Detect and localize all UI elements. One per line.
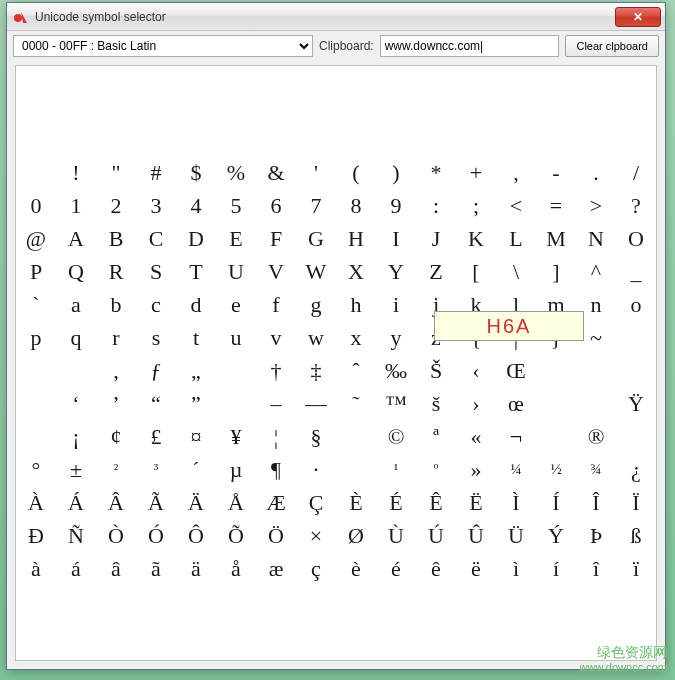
symbol-cell[interactable]: Å <box>216 486 256 519</box>
symbol-cell[interactable]: » <box>456 453 496 486</box>
symbol-cell[interactable]: G <box>296 222 336 255</box>
symbol-cell[interactable]: ˜ <box>336 387 376 420</box>
clear-clipboard-button[interactable]: Clear clpboard <box>565 35 659 57</box>
symbol-cell[interactable]: u <box>216 321 256 354</box>
symbol-cell[interactable] <box>576 354 616 387</box>
symbol-cell[interactable]: Ñ <box>56 519 96 552</box>
symbol-cell[interactable]: 6 <box>256 189 296 222</box>
symbol-cell[interactable]: š <box>416 387 456 420</box>
symbol-cell[interactable]: ¾ <box>576 453 616 486</box>
symbol-cell[interactable]: Ÿ <box>616 387 656 420</box>
symbol-cell[interactable]: Ê <box>416 486 456 519</box>
symbol-cell[interactable]: Ü <box>496 519 536 552</box>
symbol-cell[interactable]: Ì <box>496 486 536 519</box>
symbol-cell[interactable]: · <box>296 453 336 486</box>
symbol-cell[interactable]: ¬ <box>496 420 536 453</box>
symbol-cell[interactable]: p <box>16 321 56 354</box>
symbol-cell[interactable]: å <box>216 552 256 585</box>
symbol-cell[interactable]: Ú <box>416 519 456 552</box>
symbol-cell[interactable] <box>536 354 576 387</box>
symbol-cell[interactable]: – <box>256 387 296 420</box>
symbol-cell[interactable]: i <box>376 288 416 321</box>
symbol-cell[interactable]: " <box>96 156 136 189</box>
symbol-cell[interactable]: à <box>16 552 56 585</box>
symbol-cell[interactable]: È <box>336 486 376 519</box>
symbol-cell[interactable]: K <box>456 222 496 255</box>
symbol-cell[interactable]: ‡ <box>296 354 336 387</box>
symbol-cell[interactable]: æ <box>256 552 296 585</box>
symbol-cell[interactable]: ä <box>176 552 216 585</box>
symbol-cell[interactable]: [ <box>456 255 496 288</box>
symbol-cell[interactable]: ‘ <box>56 387 96 420</box>
symbol-cell[interactable]: ‰ <box>376 354 416 387</box>
symbol-cell[interactable]: C <box>136 222 176 255</box>
symbol-cell[interactable]: 4 <box>176 189 216 222</box>
symbol-cell[interactable]: 1 <box>56 189 96 222</box>
symbol-cell[interactable]: \ <box>496 255 536 288</box>
symbol-cell[interactable]: Ö <box>256 519 296 552</box>
symbol-cell[interactable]: £ <box>136 420 176 453</box>
symbol-cell[interactable]: Õ <box>216 519 256 552</box>
symbol-cell[interactable]: / <box>616 156 656 189</box>
symbol-cell[interactable]: L <box>496 222 536 255</box>
symbol-cell[interactable]: t <box>176 321 216 354</box>
symbol-cell[interactable]: 7 <box>296 189 336 222</box>
symbol-cell[interactable] <box>616 354 656 387</box>
symbol-cell[interactable]: $ <box>176 156 216 189</box>
symbol-cell[interactable]: 3 <box>136 189 176 222</box>
symbol-cell[interactable]: s <box>136 321 176 354</box>
symbol-cell[interactable]: ? <box>616 189 656 222</box>
symbol-cell[interactable]: À <box>16 486 56 519</box>
symbol-cell[interactable]: o <box>616 288 656 321</box>
symbol-cell[interactable] <box>616 321 656 354</box>
symbol-cell[interactable]: î <box>576 552 616 585</box>
symbol-cell[interactable]: ê <box>416 552 456 585</box>
symbol-cell[interactable]: ® <box>576 420 616 453</box>
symbol-cell[interactable]: † <box>256 354 296 387</box>
symbol-cell[interactable]: í <box>536 552 576 585</box>
symbol-cell[interactable]: ¥ <box>216 420 256 453</box>
symbol-cell[interactable]: ï <box>616 552 656 585</box>
symbol-cell[interactable]: U <box>216 255 256 288</box>
symbol-cell[interactable]: M <box>536 222 576 255</box>
symbol-cell[interactable]: Ô <box>176 519 216 552</box>
symbol-cell[interactable]: ¢ <box>96 420 136 453</box>
symbol-cell[interactable] <box>336 420 376 453</box>
symbol-cell[interactable]: Ë <box>456 486 496 519</box>
symbol-cell[interactable]: Ç <box>296 486 336 519</box>
symbol-cell[interactable]: Ù <box>376 519 416 552</box>
symbol-cell[interactable] <box>56 354 96 387</box>
symbol-cell[interactable]: V <box>256 255 296 288</box>
symbol-cell[interactable]: „ <box>176 354 216 387</box>
symbol-cell[interactable]: f <box>256 288 296 321</box>
symbol-cell[interactable] <box>536 387 576 420</box>
symbol-cell[interactable]: › <box>456 387 496 420</box>
symbol-cell[interactable]: Á <box>56 486 96 519</box>
symbol-cell[interactable]: Ý <box>536 519 576 552</box>
symbol-cell[interactable]: Ä <box>176 486 216 519</box>
symbol-cell[interactable]: é <box>376 552 416 585</box>
symbol-cell[interactable]: Â <box>96 486 136 519</box>
symbol-cell[interactable]: d <box>176 288 216 321</box>
symbol-cell[interactable]: Ð <box>16 519 56 552</box>
symbol-cell[interactable] <box>216 387 256 420</box>
symbol-cell[interactable]: ß <box>616 519 656 552</box>
symbol-cell[interactable]: B <box>96 222 136 255</box>
symbol-cell[interactable]: F <box>256 222 296 255</box>
symbol-cell[interactable]: Û <box>456 519 496 552</box>
symbol-cell[interactable]: D <box>176 222 216 255</box>
symbol-cell[interactable] <box>576 387 616 420</box>
symbol-cell[interactable]: ½ <box>536 453 576 486</box>
symbol-cell[interactable]: ^ <box>576 255 616 288</box>
clipboard-input[interactable] <box>380 35 560 57</box>
symbol-cell[interactable]: - <box>536 156 576 189</box>
symbol-cell[interactable] <box>16 354 56 387</box>
symbol-cell[interactable]: ã <box>136 552 176 585</box>
symbol-cell[interactable]: ™ <box>376 387 416 420</box>
symbol-cell[interactable]: W <box>296 255 336 288</box>
symbol-cell[interactable]: ‚ <box>96 354 136 387</box>
symbol-cell[interactable]: ¶ <box>256 453 296 486</box>
symbol-cell[interactable]: y <box>376 321 416 354</box>
symbol-cell[interactable]: e <box>216 288 256 321</box>
symbol-cell[interactable] <box>336 453 376 486</box>
